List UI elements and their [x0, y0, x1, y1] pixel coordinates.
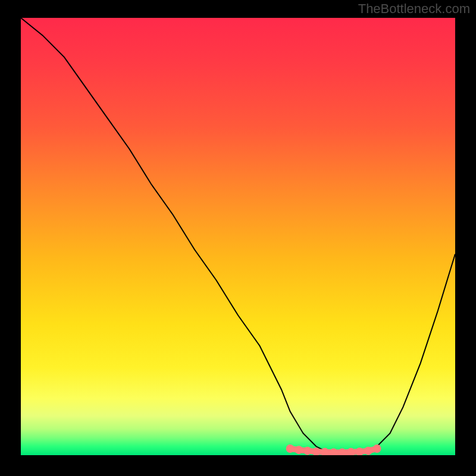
- optimal-zone-dots: [286, 444, 381, 455]
- bottleneck-curve-path: [21, 18, 455, 454]
- curve-svg: [21, 18, 455, 455]
- highlight-dot: [303, 447, 312, 455]
- watermark-text: TheBottleneck.com: [358, 1, 470, 17]
- highlight-dot: [373, 444, 381, 453]
- highlight-dot: [364, 447, 372, 455]
- highlight-dot: [338, 449, 346, 455]
- highlight-dot: [286, 444, 295, 453]
- plot-area: [21, 18, 455, 455]
- highlight-dot: [295, 446, 303, 454]
- highlight-dot: [330, 449, 338, 455]
